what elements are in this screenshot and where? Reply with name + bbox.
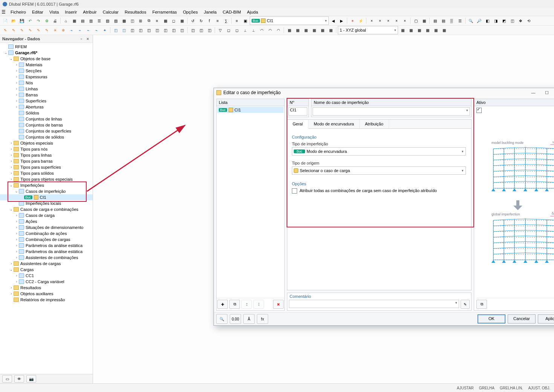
tree-reports[interactable]: Relatórios de impressão: [20, 297, 65, 302]
tb-w1-icon[interactable]: ▢: [412, 17, 420, 24]
nav-footer-btn1[interactable]: ▭: [2, 375, 12, 383]
tb-v4-icon[interactable]: ×: [393, 17, 400, 24]
tb2-grid6-icon[interactable]: ▦: [440, 26, 448, 34]
tb-v1-icon[interactable]: ×: [368, 17, 375, 24]
status-ajustar[interactable]: AJUSTAR: [457, 386, 474, 390]
tree-ci1-row[interactable]: BucCI1: [0, 194, 93, 200]
tb-n-icon[interactable]: ▦: [178, 17, 186, 24]
tb-a-icon[interactable]: ▦: [70, 17, 78, 24]
tb2-u-icon[interactable]: ◫: [170, 26, 177, 34]
tb-y4-icon[interactable]: ◨: [492, 17, 499, 24]
tb-print-icon[interactable]: 🖨: [51, 17, 59, 24]
tb2-g-icon[interactable]: ☀: [51, 26, 59, 34]
footer-tool2-button[interactable]: 0.00: [230, 314, 241, 324]
tb-y8-icon[interactable]: ⟲: [525, 17, 533, 24]
footer-tool1-button[interactable]: 🔍: [216, 314, 227, 324]
tb-k-icon[interactable]: ≡: [153, 17, 161, 24]
tb2-grid4-icon[interactable]: ▦: [424, 26, 431, 34]
menu-ajuda[interactable]: Ajuda: [244, 9, 261, 15]
tb-save-icon[interactable]: 💾: [18, 17, 26, 24]
tree-lc5[interactable]: Combinações de cargas: [25, 237, 70, 242]
tree-types-solidos[interactable]: Tipos para sólidos: [20, 171, 54, 175]
tree-base-objects[interactable]: Objetos de base: [20, 56, 50, 61]
tb-b-icon[interactable]: ▤: [79, 17, 86, 24]
loadcase-dropdown[interactable]: Buc CI1: [250, 17, 329, 25]
tree-imperf-local[interactable]: Imperfeições locais: [25, 201, 61, 206]
right-panel-extra-button[interactable]: ⧉: [476, 300, 487, 309]
tb-home-icon[interactable]: ⌂: [62, 17, 70, 24]
tree-solidos[interactable]: Sólidos: [25, 111, 39, 115]
navigator-close-icon[interactable]: ×: [85, 37, 90, 41]
tb2-k-icon[interactable]: ⌁: [84, 26, 92, 34]
footer-tool4-button[interactable]: fx: [257, 314, 268, 324]
tb2-b-icon[interactable]: ✎: [10, 26, 17, 34]
tb-h-icon[interactable]: ◫: [128, 17, 136, 24]
tree-conj-barras[interactable]: Conjuntos de barras: [25, 123, 63, 127]
tree-espessuras[interactable]: Espessuras: [25, 75, 47, 79]
tb-j-icon[interactable]: ⧉: [145, 17, 153, 24]
menu-atribuir[interactable]: Atribuir: [80, 9, 99, 15]
tree-lc-comb[interactable]: Casos de carga e combinações: [20, 207, 78, 212]
tree-aux[interactable]: Objetos auxiliares: [20, 291, 53, 296]
tree-seccoes[interactable]: Secções: [25, 69, 41, 73]
tree-cc1[interactable]: CC1: [25, 273, 34, 278]
tree-lc1[interactable]: Casos de carga: [25, 213, 55, 218]
tb-y2-icon[interactable]: 🔎: [475, 17, 483, 24]
menu-inserir[interactable]: Inserir: [62, 9, 80, 15]
tree-conj-superf[interactable]: Conjuntos de superfícies: [25, 129, 71, 133]
tree-rfem[interactable]: RFEM: [15, 44, 27, 49]
tb-flash-icon[interactable]: ⚡: [357, 17, 365, 24]
tree-linhas[interactable]: Linhas: [25, 87, 38, 91]
menu-editar[interactable]: Editar: [29, 9, 46, 15]
tree-materiais[interactable]: Materiais: [25, 63, 43, 67]
tree-lc4[interactable]: Combinação de ações: [25, 231, 67, 236]
tb2-grid5-icon[interactable]: ▦: [432, 26, 440, 34]
tb2-grid1-icon[interactable]: ▦: [399, 26, 406, 34]
menu-opcoes[interactable]: Opções: [180, 9, 201, 15]
tree-types-especiais[interactable]: Tipos para objetos especiais: [20, 177, 73, 182]
list-new-button[interactable]: ✚: [217, 300, 228, 309]
tree-imperf-cases[interactable]: Casos de imperfeição: [25, 189, 66, 194]
tb-f-icon[interactable]: ▨: [112, 17, 119, 24]
tree-types-nos[interactable]: Tipos para nós: [20, 147, 47, 151]
tb2-e-icon[interactable]: ✎: [35, 26, 42, 34]
tb2-n-icon[interactable]: ◫: [112, 26, 119, 34]
model-canvas[interactable]: Editar o caso de imperfeição — ☐ ✕ Lista…: [93, 35, 554, 383]
tb-v3-icon[interactable]: ×: [385, 17, 392, 24]
menu-janela[interactable]: Janela: [201, 9, 220, 15]
tb2-h-icon[interactable]: ❄: [60, 26, 67, 34]
list-up-button[interactable]: ↥: [241, 300, 252, 309]
menu-vista[interactable]: Vista: [46, 9, 62, 15]
status-grelha-lin[interactable]: GRELHA LIN.: [500, 386, 523, 390]
tb-x2-icon[interactable]: ▤: [440, 17, 447, 24]
tb2-grid2-icon[interactable]: ▦: [407, 26, 415, 34]
tb2-l-icon[interactable]: ⌁: [93, 26, 100, 34]
tree-lc6[interactable]: Parâmetros da análise estática: [25, 243, 82, 248]
tb2-o-icon[interactable]: ◫: [120, 26, 128, 34]
menu-ferramentas[interactable]: Ferramentas: [149, 9, 180, 15]
status-ajust-obj[interactable]: AJUST. OBJ.: [528, 386, 550, 390]
tree-types-linhas[interactable]: Tipos para linhas: [20, 153, 52, 157]
tb2-s5-icon[interactable]: ⟂: [250, 26, 257, 34]
tree-lc3[interactable]: Situações de dimensionamento: [25, 225, 83, 230]
tree-project[interactable]: Garage.rf6*: [15, 50, 37, 55]
tree-lc8[interactable]: Assistentes de combinações: [25, 255, 78, 260]
tb2-i-icon[interactable]: ⌁: [68, 26, 75, 34]
tb2-s8-icon[interactable]: ◠: [275, 26, 282, 34]
list-down-button[interactable]: ↧: [253, 300, 264, 309]
tb2-q-icon[interactable]: ◫: [137, 26, 144, 34]
tb2-c-icon[interactable]: ✎: [18, 26, 26, 34]
tb-x1-icon[interactable]: ▤: [431, 17, 439, 24]
tree-results[interactable]: Resultados: [20, 285, 41, 290]
tb-t-icon[interactable]: ≡: [233, 17, 241, 24]
tb2-e3-icon[interactable]: ▦: [302, 26, 310, 34]
dialog-min-icon[interactable]: —: [528, 90, 539, 96]
tb-i-icon[interactable]: ⊞: [137, 17, 144, 24]
menu-ficheiro[interactable]: Ficheiro: [8, 9, 29, 15]
tb-q-icon[interactable]: f: [206, 17, 213, 24]
tb2-e2-icon[interactable]: ▦: [294, 26, 301, 34]
tb-v5-icon[interactable]: ×: [401, 17, 409, 24]
apply-button[interactable]: Aplicar: [538, 314, 554, 323]
tb2-s4-icon[interactable]: ⟂: [241, 26, 249, 34]
tb-new-icon[interactable]: 📄: [2, 17, 9, 24]
